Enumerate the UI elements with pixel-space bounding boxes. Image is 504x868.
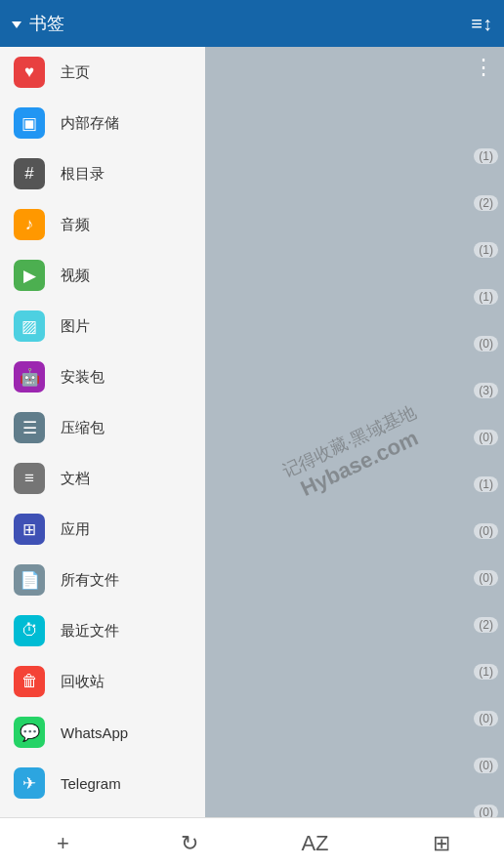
count-item-0 (474, 86, 498, 133)
count-badge-2: (2) (474, 195, 498, 211)
drawer-item-recent[interactable]: ⏱最近文件 (0, 605, 205, 656)
count-badge-1: (1) (474, 148, 498, 164)
trash-icon: 🗑 (14, 666, 45, 697)
drawer-item-apk[interactable]: 🤖安装包 (0, 351, 205, 402)
watermark-line2: Hybase.com (288, 421, 431, 506)
main-top-dots: ⋮ (205, 47, 504, 88)
count-badge-4: (1) (474, 289, 498, 305)
top-bar-left: 书签 (12, 12, 64, 35)
count-badge-13: (0) (474, 711, 498, 726)
count-badge-7: (0) (474, 430, 498, 445)
sort-az-button[interactable]: AZ (252, 831, 378, 856)
zip-icon: ☰ (14, 412, 45, 443)
drawer-item-label-telegram: Telegram (61, 775, 121, 792)
main-content: ⋮ 记得收藏·黑域基地 Hybase.com (1)(2)(1)(1)(0)(3… (205, 47, 504, 868)
audio-icon: ♪ (14, 209, 45, 240)
count-item-8: (1) (474, 461, 498, 508)
drawer-item-image[interactable]: ▨图片 (0, 301, 205, 351)
telegram-icon: ✈ (14, 767, 45, 799)
app-icon: ⊞ (14, 514, 45, 545)
apk-icon: 🤖 (14, 361, 45, 393)
count-item-7: (0) (474, 414, 498, 461)
count-item-2: (2) (474, 180, 498, 227)
count-item-14: (0) (474, 742, 498, 789)
drawer-item-audio[interactable]: ♪音频 (0, 199, 205, 250)
refresh-button[interactable]: ↻ (126, 831, 252, 856)
whatsapp-icon: 💬 (14, 717, 45, 748)
drawer-item-label-recent: 最近文件 (61, 622, 119, 641)
count-item-9: (0) (474, 508, 498, 555)
drawer-item-label-storage: 内部存储 (61, 114, 119, 133)
sort-icon[interactable]: ≡↕ (471, 13, 492, 35)
drawer-item-zip[interactable]: ☰压缩包 (0, 402, 205, 453)
drawer-item-label-trash: 回收站 (61, 673, 105, 691)
drawer-item-label-whatsapp: WhatsApp (61, 724, 128, 741)
drawer-item-label-home: 主页 (61, 63, 90, 82)
watermark-line1: 记得收藏·黑域基地 (278, 399, 420, 482)
drawer-item-storage[interactable]: ▣内部存储 (0, 98, 205, 148)
image-icon: ▨ (14, 310, 45, 342)
drawer-item-video[interactable]: ▶视频 (0, 250, 205, 301)
bottom-bar: + ↻ AZ ⊞ (0, 817, 504, 868)
count-badge-10: (0) (474, 570, 498, 586)
video-icon: ▶ (14, 260, 45, 291)
top-bar-title: 书签 (29, 12, 64, 35)
count-item-13: (0) (474, 695, 498, 742)
count-item-10: (0) (474, 555, 498, 601)
count-badge-5: (0) (474, 336, 498, 351)
drawer-overlay: ♥主页▣内部存储#根目录♪音频▶视频▨图片🤖安装包☰压缩包≡文档⊞应用📄所有文件… (0, 47, 504, 868)
drawer-item-label-video: 视频 (61, 267, 90, 285)
doc-icon: ≡ (14, 463, 45, 494)
drawer: ♥主页▣内部存储#根目录♪音频▶视频▨图片🤖安装包☰压缩包≡文档⊞应用📄所有文件… (0, 47, 205, 868)
count-badge-6: (3) (474, 383, 498, 398)
count-badge-9: (0) (474, 523, 498, 539)
count-item-5: (0) (474, 320, 498, 367)
drawer-item-label-root: 根目录 (61, 165, 105, 184)
drawer-item-label-audio: 音频 (61, 216, 90, 234)
drawer-item-home[interactable]: ♥主页 (0, 47, 205, 98)
dropdown-arrow-icon[interactable] (12, 15, 21, 32)
storage-icon: ▣ (14, 107, 45, 139)
count-badge-3: (1) (474, 242, 498, 258)
count-item-12: (1) (474, 648, 498, 695)
count-item-11: (2) (474, 601, 498, 648)
drawer-item-label-app: 应用 (61, 520, 90, 539)
drawer-item-allfiles[interactable]: 📄所有文件 (0, 555, 205, 605)
watermark: 记得收藏·黑域基地 Hybase.com (278, 399, 431, 505)
home-icon: ♥ (14, 57, 45, 88)
root-icon: # (14, 158, 45, 189)
grid-view-button[interactable]: ⊞ (378, 831, 504, 856)
drawer-item-label-allfiles: 所有文件 (61, 571, 119, 590)
drawer-item-whatsapp[interactable]: 💬WhatsApp (0, 707, 205, 758)
drawer-item-label-doc: 文档 (61, 470, 90, 488)
count-item-3: (1) (474, 227, 498, 273)
drawer-item-label-apk: 安装包 (61, 368, 105, 387)
count-item-4: (1) (474, 273, 498, 320)
drawer-item-telegram[interactable]: ✈Telegram (0, 758, 205, 808)
allfiles-icon: 📄 (14, 564, 45, 596)
count-item-1: (1) (474, 133, 498, 180)
drawer-item-label-image: 图片 (61, 317, 90, 336)
count-badge-14: (0) (474, 758, 498, 773)
count-item-6: (3) (474, 367, 498, 414)
top-bar: 书签 ≡↕ (0, 0, 504, 47)
drawer-item-app[interactable]: ⊞应用 (0, 504, 205, 555)
count-badge-12: (1) (474, 664, 498, 680)
count-badge-8: (1) (474, 476, 498, 492)
drawer-item-root[interactable]: #根目录 (0, 148, 205, 199)
recent-icon: ⏱ (14, 615, 45, 646)
drawer-item-doc[interactable]: ≡文档 (0, 453, 205, 504)
more-options-icon[interactable]: ⋮ (473, 55, 494, 80)
drawer-item-trash[interactable]: 🗑回收站 (0, 656, 205, 707)
count-badge-11: (2) (474, 617, 498, 633)
add-button[interactable]: + (0, 831, 126, 856)
count-list: (1)(2)(1)(1)(0)(3)(0)(1)(0)(0)(2)(1)(0)(… (474, 86, 498, 836)
drawer-item-label-zip: 压缩包 (61, 419, 105, 437)
